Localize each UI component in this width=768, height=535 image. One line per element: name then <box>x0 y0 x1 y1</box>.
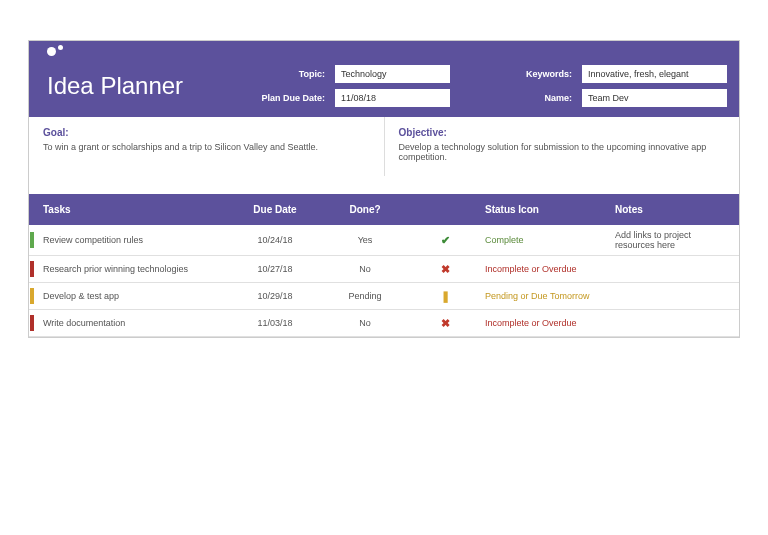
header: Idea Planner Topic: Technology Keywords:… <box>29 41 739 117</box>
col-due: Due Date <box>225 204 325 215</box>
info-row: Goal: To win a grant or scholarships and… <box>29 117 739 176</box>
status-text: Incomplete or Overdue <box>485 318 615 328</box>
keywords-field[interactable]: Innovative, fresh, elegant <box>582 65 727 83</box>
status-text: Pending or Due Tomorrow <box>485 291 615 301</box>
task-due: 10/27/18 <box>225 264 325 274</box>
plan-due-field[interactable]: 11/08/18 <box>335 89 450 107</box>
status-stripe <box>30 232 34 248</box>
task-name: Develop & test app <box>35 291 225 301</box>
col-status-icon: Status Icon <box>485 204 615 215</box>
status-stripe <box>30 315 34 331</box>
objective-heading: Objective: <box>399 127 726 138</box>
objective-text: Develop a technology solution for submis… <box>399 142 726 162</box>
plan-due-label: Plan Due Date: <box>257 93 329 103</box>
table-row[interactable]: Research prior winning technologies10/27… <box>29 256 739 283</box>
task-done: No <box>325 264 405 274</box>
task-header-row: Tasks Due Date Done? Status Icon Notes <box>29 194 739 225</box>
status-text: Incomplete or Overdue <box>485 264 615 274</box>
meta-grid: Topic: Technology Keywords: Innovative, … <box>257 65 727 107</box>
table-row[interactable]: Write documentation11/03/18No✖Incomplete… <box>29 310 739 337</box>
goal-text: To win a grant or scholarships and a tri… <box>43 142 370 152</box>
status-icon: ❚ <box>405 290 485 303</box>
status-text: Complete <box>485 235 615 245</box>
table-row[interactable]: Review competition rules10/24/18Yes✔Comp… <box>29 225 739 256</box>
logo-icon <box>47 47 63 58</box>
task-name: Write documentation <box>35 318 225 328</box>
page-title: Idea Planner <box>47 72 257 100</box>
table-row[interactable]: Develop & test app10/29/18Pending❚Pendin… <box>29 283 739 310</box>
task-done: No <box>325 318 405 328</box>
task-due: 10/29/18 <box>225 291 325 301</box>
goal-heading: Goal: <box>43 127 370 138</box>
name-field[interactable]: Team Dev <box>582 89 727 107</box>
name-label: Name: <box>456 93 576 103</box>
status-stripe <box>30 261 34 277</box>
task-name: Review competition rules <box>35 235 225 245</box>
keywords-label: Keywords: <box>456 69 576 79</box>
status-icon: ✖ <box>405 317 485 330</box>
objective-box: Objective: Develop a technology solution… <box>384 117 740 176</box>
idea-planner: Idea Planner Topic: Technology Keywords:… <box>28 40 740 338</box>
task-rows: Review competition rules10/24/18Yes✔Comp… <box>29 225 739 337</box>
task-name: Research prior winning technologies <box>35 264 225 274</box>
col-notes: Notes <box>615 204 727 215</box>
task-due: 11/03/18 <box>225 318 325 328</box>
topic-field[interactable]: Technology <box>335 65 450 83</box>
topic-label: Topic: <box>257 69 329 79</box>
col-done: Done? <box>325 204 405 215</box>
task-done: Pending <box>325 291 405 301</box>
status-stripe <box>30 288 34 304</box>
status-icon: ✖ <box>405 263 485 276</box>
task-notes: Add links to project resources here <box>615 230 727 250</box>
col-tasks: Tasks <box>35 204 225 215</box>
task-due: 10/24/18 <box>225 235 325 245</box>
status-icon: ✔ <box>405 234 485 247</box>
goal-box: Goal: To win a grant or scholarships and… <box>29 117 384 176</box>
task-done: Yes <box>325 235 405 245</box>
